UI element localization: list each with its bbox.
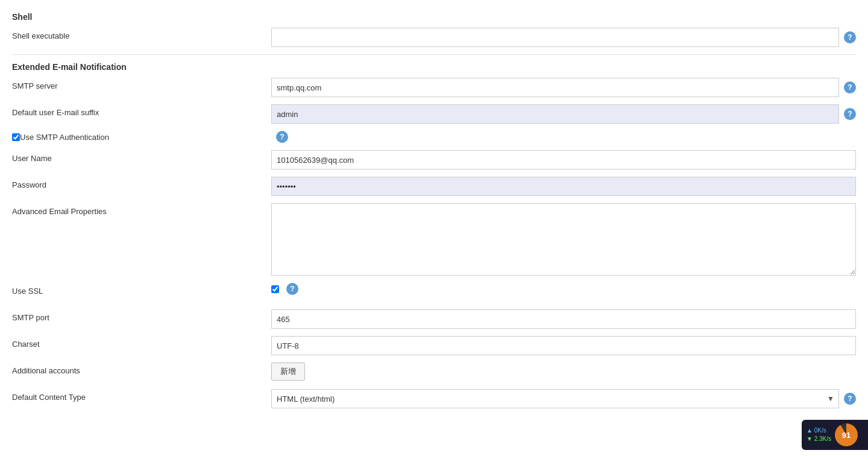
email-suffix-label: Default user E-mail suffix xyxy=(12,104,271,117)
speed-circle: 91 xyxy=(835,423,858,428)
smtp-auth-right: ? xyxy=(271,131,856,143)
additional-accounts-label: Additional accounts xyxy=(12,363,271,375)
username-row: User Name xyxy=(12,150,856,169)
smtp-server-row: SMTP server ? xyxy=(12,78,856,97)
smtp-server-help-icon[interactable]: ? xyxy=(844,81,856,93)
upload-speed: ▲ 0K/s xyxy=(807,426,831,428)
shell-executable-help-icon[interactable]: ? xyxy=(844,31,856,43)
smtp-auth-label: Use SMTP Authentication xyxy=(20,133,109,142)
smtp-auth-help-icon[interactable]: ? xyxy=(276,131,288,143)
advanced-email-label: Advanced Email Properties xyxy=(12,203,271,216)
password-input[interactable] xyxy=(271,177,856,196)
shell-executable-row: Shell executable ? xyxy=(12,28,856,47)
additional-accounts-wrap: 新增 xyxy=(271,363,856,381)
advanced-email-textarea[interactable] xyxy=(271,203,856,276)
smtp-auth-checkbox[interactable] xyxy=(12,133,20,141)
smtp-server-label: SMTP server xyxy=(12,78,271,90)
smtp-server-input[interactable] xyxy=(271,78,839,97)
use-ssl-checkbox[interactable] xyxy=(271,285,279,293)
smtp-port-wrap xyxy=(271,309,856,329)
password-row: Password xyxy=(12,177,856,196)
use-ssl-help-icon[interactable]: ? xyxy=(286,283,298,295)
email-suffix-help-icon[interactable]: ? xyxy=(844,108,856,120)
shell-executable-label: Shell executable xyxy=(12,28,271,40)
content-type-row: Default Content Type HTML (text/html) Pl… xyxy=(12,389,856,408)
network-stats: ▲ 0K/s ▼ 2.3K/s xyxy=(807,426,831,428)
content-type-label: Default Content Type xyxy=(12,389,271,402)
use-ssl-wrap: ? xyxy=(271,283,856,295)
shell-executable-input[interactable] xyxy=(271,28,839,47)
smtp-port-row: SMTP port xyxy=(12,309,856,329)
content-type-select-wrap: HTML (text/html) Plain text (text/plain)… xyxy=(271,389,839,408)
network-widget: ▲ 0K/s ▼ 2.3K/s 91 xyxy=(802,420,868,428)
charset-wrap xyxy=(271,336,856,355)
password-wrap xyxy=(271,177,856,196)
password-label: Password xyxy=(12,177,271,189)
smtp-auth-left: Use SMTP Authentication xyxy=(12,133,271,142)
add-account-button[interactable]: 新增 xyxy=(271,363,305,381)
advanced-email-row: Advanced Email Properties xyxy=(12,203,856,276)
username-label: User Name xyxy=(12,150,271,163)
email-section-title: Extended E-mail Notification xyxy=(12,62,856,72)
email-suffix-row: Default user E-mail suffix ? xyxy=(12,104,856,124)
email-suffix-wrap: ? xyxy=(271,104,856,124)
username-wrap xyxy=(271,150,856,169)
smtp-port-input[interactable] xyxy=(271,309,856,329)
charset-row: Charset xyxy=(12,336,856,355)
email-suffix-input[interactable] xyxy=(271,104,839,124)
advanced-email-wrap xyxy=(271,203,856,276)
smtp-port-label: SMTP port xyxy=(12,309,271,322)
section-divider xyxy=(12,54,856,55)
username-input[interactable] xyxy=(271,150,856,169)
additional-accounts-row: Additional accounts 新增 xyxy=(12,363,856,382)
charset-input[interactable] xyxy=(271,336,856,355)
shell-executable-wrap: ? xyxy=(271,28,856,47)
smtp-auth-row: Use SMTP Authentication ? xyxy=(12,131,856,143)
charset-label: Charset xyxy=(12,336,271,349)
smtp-server-wrap: ? xyxy=(271,78,856,97)
content-type-select[interactable]: HTML (text/html) Plain text (text/plain) xyxy=(271,389,839,408)
use-ssl-row: Use SSL ? xyxy=(12,283,856,302)
content-type-help-icon[interactable]: ? xyxy=(844,393,856,405)
use-ssl-label: Use SSL xyxy=(12,283,271,296)
shell-section-title: Shell xyxy=(12,12,856,22)
content-type-wrap: HTML (text/html) Plain text (text/plain)… xyxy=(271,389,856,408)
page-container: Shell Shell executable ? Extended E-mail… xyxy=(0,0,868,428)
